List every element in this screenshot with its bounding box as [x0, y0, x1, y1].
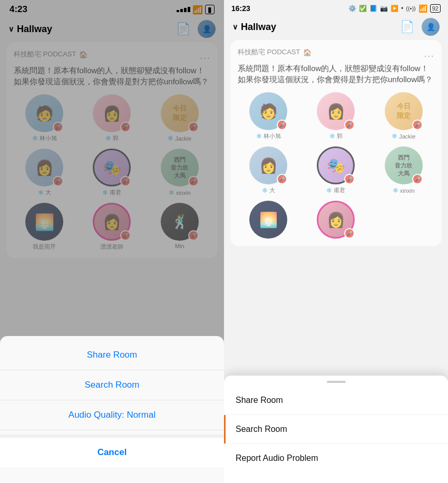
- right-bottom-sheet: Share Room Search Room Report Audio Prob…: [224, 376, 448, 483]
- avatar-wrapper: 👩 🎤: [249, 146, 287, 184]
- speaker-item[interactable]: 👩 🎤 ❄郭: [305, 92, 366, 140]
- more-menu-icon-right[interactable]: ...: [424, 47, 434, 60]
- dot-right: •: [401, 5, 403, 12]
- left-panel: 4:23 📶 ▮ ∨ Hallway 📄 👤 科技酷宅 PO: [0, 0, 224, 483]
- room-channel-right: 科技酷宅 PODCAST 🏠: [238, 47, 311, 57]
- nav-title-right[interactable]: ∨ Hallway: [232, 22, 276, 33]
- mic-muted-badge: 🎤: [412, 120, 423, 130]
- avatar-wrapper: 今日限定 🎤: [385, 92, 423, 130]
- settings-icon-right: ⚙️: [348, 5, 356, 12]
- share-room-button-right[interactable]: Share Room: [224, 386, 448, 415]
- avatar-wrapper: 👩 🎤: [317, 201, 355, 239]
- mic-muted-badge: 🎤: [344, 228, 355, 239]
- sheet-handle: [327, 381, 346, 383]
- cancel-button-left[interactable]: Cancel: [0, 435, 224, 467]
- avatar-wrapper: 🎭 🎤: [317, 146, 355, 184]
- instagram-icon-right: 📷: [380, 5, 388, 12]
- avatar: 🌅: [249, 201, 287, 239]
- avatar-wrapper: 西門音力欣大馬 🎤: [385, 146, 423, 184]
- search-room-button-right[interactable]: Search Room: [224, 415, 448, 444]
- speaker-name: ❄郭: [329, 132, 343, 140]
- search-room-button-left[interactable]: Search Room: [0, 370, 224, 400]
- speakers-grid-right: 🧑 🎤 ❄林小旭 👩 🎤 ❄郭 今日限定 🎤: [238, 92, 434, 239]
- chevron-down-icon-right: ∨: [232, 23, 238, 31]
- signal-icon-right: ((•)): [406, 5, 416, 12]
- avatar-wrapper: 🧑 🎤: [249, 92, 287, 130]
- time-right: 16:23: [231, 4, 250, 13]
- nav-icons-right: 📄 👤: [400, 18, 440, 36]
- house-icon-right: 🏠: [303, 48, 311, 56]
- speaker-name: ❄Jackie: [392, 132, 415, 140]
- speaker-name: ❄林小旭: [256, 132, 281, 140]
- speaker-item[interactable]: 👩 🎤: [305, 201, 366, 239]
- speaker-name: ❄xinxin: [393, 186, 415, 194]
- mic-muted-badge: 🎤: [344, 120, 355, 130]
- bottom-sheet-overlay-left[interactable]: Share Room Search Room Audio Quality: No…: [0, 0, 224, 483]
- speaker-item[interactable]: 🧑 🎤 ❄林小旭: [238, 92, 299, 140]
- speaker-name: ❄甫君: [326, 186, 345, 194]
- share-room-button-left[interactable]: Share Room: [0, 340, 224, 370]
- nav-bar-right: ∨ Hallway 📄 👤: [224, 15, 448, 40]
- status-bar-right: 16:23 ⚙️ ✅ 📘 📷 ▶️ • ((•)) 📶 92: [224, 0, 448, 15]
- report-audio-button-right[interactable]: Report Audio Problem: [224, 444, 448, 472]
- avatar-wrapper: 👩 🎤: [317, 92, 355, 130]
- channel-name-right: 科技酷宅 PODCAST: [238, 47, 300, 57]
- room-header-right: 科技酷宅 PODCAST 🏠 ...: [238, 47, 434, 60]
- speaker-item[interactable]: 🎭 🎤 ❄甫君: [305, 146, 366, 194]
- main-content-right: 科技酷宅 PODCAST 🏠 ... 系統問題！原本有follow的人，狀態卻變…: [224, 40, 448, 483]
- mic-muted-badge: 🎤: [277, 174, 287, 184]
- wifi-icon-right: 📶: [418, 4, 427, 13]
- avatar-nav-right[interactable]: 👤: [422, 18, 440, 36]
- speaker-item[interactable]: 👩 🎤 ❄大: [238, 146, 299, 194]
- right-panel: 16:23 ⚙️ ✅ 📘 📷 ▶️ • ((•)) 📶 92 ∨ Hallway…: [224, 0, 448, 483]
- status-icons-right: ⚙️ ✅ 📘 📷 ▶️ • ((•)) 📶 92: [348, 4, 441, 13]
- check-icon-right: ✅: [359, 5, 367, 12]
- battery-right: 92: [430, 4, 441, 13]
- mic-muted-badge: 🎤: [344, 174, 355, 184]
- speaker-name: ❄大: [262, 186, 275, 194]
- avatar-wrapper: 🌅: [249, 201, 287, 239]
- facebook-icon-right: 📘: [369, 5, 377, 12]
- hallway-title-right: Hallway: [241, 22, 276, 33]
- document-icon-right[interactable]: 📄: [400, 20, 414, 34]
- youtube-icon-right: ▶️: [391, 5, 398, 12]
- bottom-sheet-left: Share Room Search Room Audio Quality: No…: [0, 336, 224, 483]
- audio-quality-button-left[interactable]: Audio Quality: Normal: [0, 400, 224, 430]
- speaker-item[interactable]: 今日限定 🎤 ❄Jackie: [373, 92, 434, 140]
- speaker-item[interactable]: 西門音力欣大馬 🎤 ❄xinxin: [373, 146, 434, 194]
- speaker-item[interactable]: 🌅: [238, 201, 299, 239]
- room-card-right: 科技酷宅 PODCAST 🏠 ... 系統問題！原本有follow的人，狀態卻變…: [230, 40, 442, 246]
- mic-muted-badge: 🎤: [277, 120, 287, 130]
- room-title-right: 系統問題！原本有follow的人，狀態卻變成沒有follow！如果你發現這個狀況…: [238, 63, 434, 85]
- mic-muted-badge: 🎤: [412, 174, 423, 184]
